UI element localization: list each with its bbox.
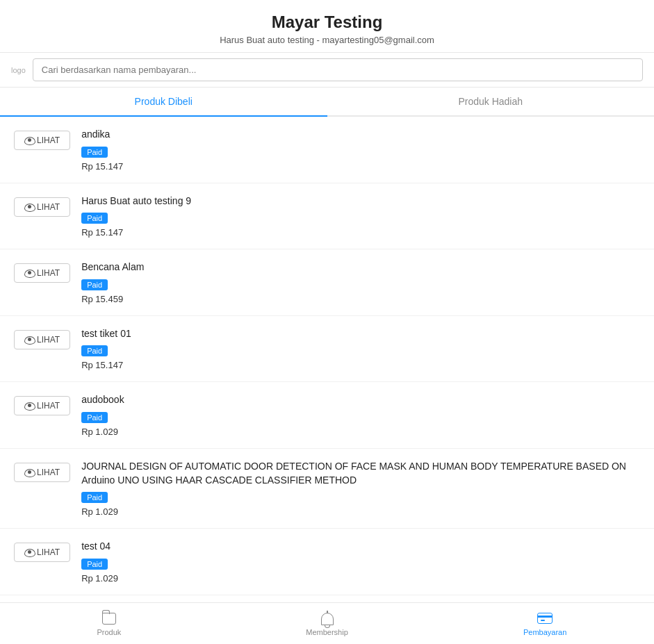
nav-produk[interactable]: Produk: [0, 603, 218, 644]
lihat-button[interactable]: LIHAT: [14, 131, 70, 150]
eye-icon: [24, 137, 34, 144]
product-item: LIHAT audobook Paid Rp 1.029: [0, 382, 654, 449]
eye-icon: [24, 549, 34, 556]
product-price: Rp 1.029: [81, 427, 640, 437]
product-price: Rp 1.029: [81, 573, 640, 584]
lihat-label: LIHAT: [37, 335, 60, 345]
lihat-label: LIHAT: [37, 135, 60, 145]
lihat-label: LIHAT: [37, 202, 60, 212]
nav-pembayaran[interactable]: Pembayaran: [436, 603, 654, 644]
product-info: test 04 Paid Rp 1.029: [81, 540, 640, 584]
search-bar-container: logo: [0, 53, 654, 88]
product-info: test tiket 01 Paid Rp 15.147: [81, 327, 640, 371]
lihat-button[interactable]: LIHAT: [14, 543, 70, 562]
nav-membership-label: Membership: [306, 628, 348, 636]
paid-badge: Paid: [81, 147, 108, 158]
product-info: JOURNAL DESIGN OF AUTOMATIC DOOR DETECTI…: [81, 460, 640, 517]
paid-badge: Paid: [81, 345, 108, 356]
eye-icon: [24, 402, 34, 409]
product-name: Bencana Alam: [81, 261, 640, 274]
paid-badge: Paid: [81, 213, 108, 224]
product-info: Bencana Alam Paid Rp 15.459: [81, 261, 640, 304]
paid-badge: Paid: [81, 279, 108, 290]
bottom-nav: Produk Membership Pembayaran: [0, 602, 654, 644]
product-name: JOURNAL DESIGN OF AUTOMATIC DOOR DETECTI…: [81, 460, 640, 487]
lihat-label: LIHAT: [37, 547, 60, 557]
product-price: Rp 1.029: [81, 506, 640, 517]
nav-produk-label: Produk: [97, 628, 121, 636]
product-price: Rp 15.459: [81, 294, 640, 304]
product-item: LIHAT test tiket 01 Paid Rp 15.147: [0, 316, 654, 383]
eye-icon: [24, 336, 34, 343]
product-item: LIHAT JOURNAL DESIGN OF AUTOMATIC DOOR D…: [0, 449, 654, 529]
product-name: test tiket 01: [81, 327, 640, 341]
eye-icon: [24, 469, 34, 476]
lihat-button[interactable]: LIHAT: [14, 330, 70, 349]
paid-badge: Paid: [81, 412, 108, 423]
product-price: Rp 15.147: [81, 360, 640, 370]
tab-produk-hadiah[interactable]: Produk Hadiah: [327, 88, 655, 115]
logo: logo: [11, 66, 26, 74]
lihat-label: LIHAT: [37, 401, 60, 411]
header: Mayar Testing Harus Buat auto testing - …: [0, 0, 654, 53]
product-item: LIHAT Harus Buat auto testing 9 Paid Rp …: [0, 183, 654, 250]
app-title: Mayar Testing: [11, 13, 643, 32]
tab-produk-dibeli[interactable]: Produk Dibeli: [0, 88, 327, 117]
eye-icon: [24, 270, 34, 276]
product-name: audobook: [81, 393, 640, 407]
lihat-button[interactable]: LIHAT: [14, 263, 70, 283]
product-price: Rp 15.147: [81, 161, 640, 172]
product-info: andika Paid Rp 15.147: [81, 128, 640, 172]
tabs-container: Produk Dibeli Produk Hadiah: [0, 88, 654, 117]
product-name: Harus Buat auto testing 9: [81, 195, 640, 208]
paid-badge: Paid: [81, 492, 108, 503]
nav-pembayaran-label: Pembayaran: [523, 628, 566, 636]
product-info: Harus Buat auto testing 9 Paid Rp 15.147: [81, 195, 640, 238]
product-list: LIHAT andika Paid Rp 15.147 LIHAT Harus …: [0, 117, 654, 602]
lihat-label: LIHAT: [37, 268, 60, 278]
pembayaran-icon: [537, 613, 553, 624]
lihat-button[interactable]: LIHAT: [14, 197, 70, 217]
search-input[interactable]: [33, 58, 643, 81]
product-name: andika: [81, 128, 640, 142]
lihat-button[interactable]: LIHAT: [14, 396, 70, 415]
lihat-button[interactable]: LIHAT: [14, 463, 70, 482]
paid-badge: Paid: [81, 559, 108, 570]
produk-icon: [102, 613, 116, 625]
product-name: test 04: [81, 540, 640, 554]
lihat-label: LIHAT: [37, 468, 60, 477]
product-item: LIHAT andika Paid Rp 15.147: [0, 117, 654, 183]
membership-icon: [321, 613, 334, 625]
nav-membership[interactable]: Membership: [218, 603, 436, 644]
product-item: LIHAT Bencana Alam Paid Rp 15.459: [0, 249, 654, 316]
product-info: audobook Paid Rp 1.029: [81, 393, 640, 437]
product-price: Rp 15.147: [81, 227, 640, 238]
eye-icon: [24, 204, 34, 210]
app-subtitle: Harus Buat auto testing - mayartesting05…: [11, 35, 643, 45]
product-item: LIHAT test 04 Paid Rp 1.029: [0, 529, 654, 595]
